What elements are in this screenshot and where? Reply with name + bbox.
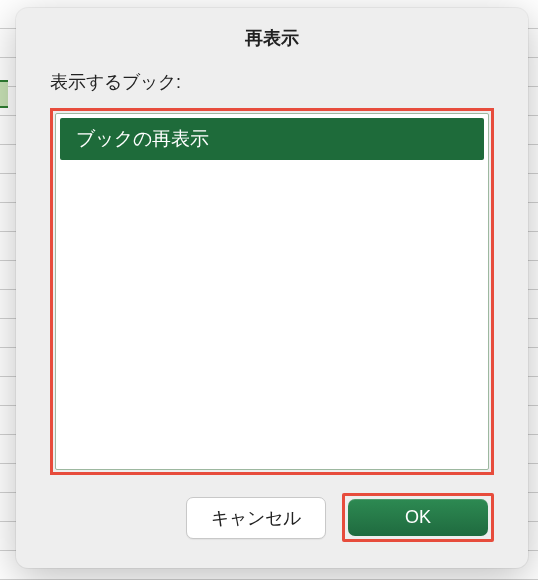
ok-button[interactable]: OK (348, 499, 488, 536)
workbook-listbox[interactable]: ブックの再表示 (55, 113, 489, 470)
ok-button-highlight: OK (342, 493, 494, 542)
listbox-label: 表示するブック: (50, 70, 494, 94)
selected-cell-edge (0, 80, 8, 108)
dialog-body: 表示するブック: ブックの再表示 (16, 70, 528, 493)
dialog-title: 再表示 (16, 8, 528, 70)
listbox-highlight: ブックの再表示 (50, 108, 494, 475)
dialog-button-row: キャンセル OK (16, 493, 528, 568)
cancel-button[interactable]: キャンセル (186, 497, 326, 539)
list-item[interactable]: ブックの再表示 (60, 118, 484, 160)
unhide-dialog: 再表示 表示するブック: ブックの再表示 キャンセル OK (16, 8, 528, 568)
